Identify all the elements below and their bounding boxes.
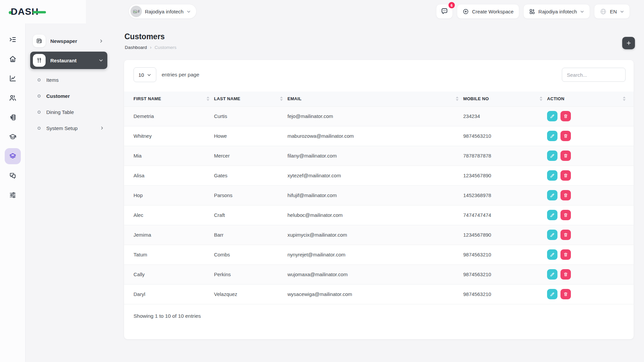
messages-icon [9,172,17,180]
menu-toggle-button[interactable] [5,32,21,48]
workspace-pill[interactable]: # Rajodiya infotech [128,4,197,19]
column-header-first-name[interactable]: FIRST NAME [124,92,214,106]
edit-button[interactable] [547,150,557,161]
edit-button[interactable] [547,190,557,200]
add-customer-button[interactable] [622,37,635,49]
edit-button[interactable] [547,289,557,299]
edit-button[interactable] [547,170,557,181]
delete-button[interactable] [560,170,571,181]
workspace-pill-label: Rajodiya infotech [145,9,183,14]
cell-action [547,146,634,166]
delete-button[interactable] [560,150,571,161]
cell-last-name: Combs [214,245,287,264]
delete-button[interactable] [560,210,571,220]
app-logo[interactable]: DASH [9,6,46,17]
entries-per-page: 10 entries per page [133,67,199,82]
education-button[interactable] [5,129,21,145]
sidebar-item-items[interactable]: Items [30,72,107,88]
column-header-email[interactable]: EMAIL [287,92,463,106]
table-body: Demetria Curtis fejo@mailinator.com 2342… [124,106,634,304]
cell-action [547,264,634,284]
sidebar-item-dining-table[interactable]: Dining Table [30,104,107,120]
home-icon [9,55,17,63]
cell-email: filany@mailinator.com [287,146,463,166]
sort-icon [207,97,209,101]
users-button[interactable] [5,90,21,106]
cell-last-name: Gates [214,166,287,185]
cell-email: fejo@mailinator.com [287,106,463,126]
settings-sliders-button[interactable] [5,187,21,203]
column-header-action[interactable]: ACTION [547,92,634,106]
language-selector[interactable]: EN [594,4,630,19]
plus-circle-icon [463,8,469,15]
breadcrumb-dashboard[interactable]: Dashboard [125,45,147,50]
cell-mobile-no: 1452368978 [463,185,547,205]
cell-email: xytezef@mailinator.com [287,166,463,185]
cell-first-name: Mia [124,146,214,166]
table-row: Whitney Howe maburozowa@mailinator.com 9… [124,126,634,146]
edit-button[interactable] [547,111,557,121]
chevron-down-icon [147,73,151,77]
sort-icon [623,97,626,101]
table-row: Tatum Combs nynyrejet@mailinator.com 987… [124,245,634,264]
chevron-down-icon [580,9,584,14]
edit-button[interactable] [547,269,557,280]
workspace-avatar: # [130,6,142,17]
cell-email: maburozowa@mailinator.com [287,126,463,146]
delete-button[interactable] [560,249,571,260]
home-button[interactable] [5,51,21,67]
edit-button[interactable] [547,249,557,260]
sidebar-item-newspaper[interactable]: Newspaper [30,32,107,50]
workspace-menu-button[interactable]: Rajodiya infotech [523,4,590,19]
analytics-icon [9,74,17,82]
analytics-button[interactable] [5,70,21,86]
sidebar-item-restaurant[interactable]: Restaurant [30,52,107,69]
delete-button[interactable] [560,131,571,141]
column-header-last-name[interactable]: LAST NAME [214,92,287,106]
delete-button[interactable] [560,230,571,240]
breadcrumb-separator-icon: › [150,45,152,50]
grid-plus-icon [529,8,535,15]
cell-action [547,245,634,264]
restaurant-submenu: Items Customer Dining Table System Setup [30,72,107,136]
chat-button[interactable]: 6 [436,4,453,19]
layers-icon [9,152,17,160]
delete-button[interactable] [560,269,571,280]
table-row: Alec Craft heluboc@mailinator.com 747474… [124,205,634,225]
table-row: Alisa Gates xytezef@mailinator.com 12345… [124,166,634,185]
table-row: Jemima Barr xupimycix@mailinator.com 123… [124,225,634,245]
trash-icon [563,272,568,277]
pencil-icon [550,272,555,277]
sidebar-item-customer[interactable]: Customer [30,88,107,104]
pencil-icon [550,114,555,119]
icon-rail [0,0,25,362]
cell-action [547,284,634,304]
edit-button[interactable] [547,210,557,220]
cell-mobile-no: 9874563210 [463,284,547,304]
column-header-mobile-no[interactable]: MOBILE NO [463,92,547,106]
bullet-icon [38,111,41,114]
entries-select[interactable]: 10 [133,67,156,82]
edit-button[interactable] [547,230,557,240]
cell-email: nynyrejet@mailinator.com [287,245,463,264]
restaurant-icon [33,54,46,67]
settings-sliders-icon [9,191,17,199]
delete-button[interactable] [560,111,571,121]
finance-button[interactable] [5,109,21,125]
search-input[interactable] [562,68,626,82]
cell-action [547,166,634,185]
sidebar-item-system-setup[interactable]: System Setup [30,120,107,136]
trash-icon [563,114,568,119]
delete-button[interactable] [560,289,571,299]
edit-button[interactable] [547,131,557,141]
pencil-icon [550,193,555,198]
cell-email: heluboc@mailinator.com [287,205,463,225]
layers-button[interactable] [5,148,21,164]
cell-mobile-no: 7474747474 [463,205,547,225]
create-workspace-button[interactable]: Create Workspace [457,4,519,19]
messages-button[interactable] [5,168,21,184]
top-bar: # Rajodiya infotech 6 Create Workspace R… [128,3,630,19]
chevron-down-icon [186,9,191,14]
delete-button[interactable] [560,190,571,200]
cell-last-name: Mercer [214,146,287,166]
